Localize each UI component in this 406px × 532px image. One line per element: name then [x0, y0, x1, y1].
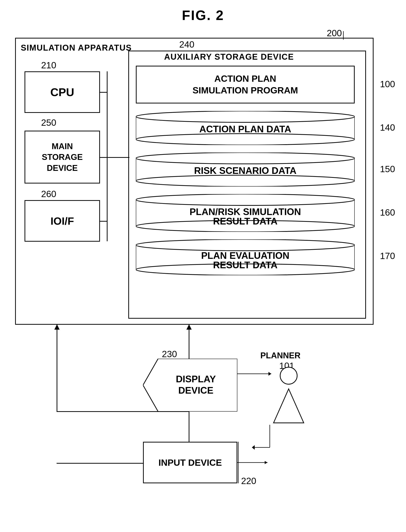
svg-text:PLAN EVALUATION: PLAN EVALUATION — [201, 250, 290, 261]
label-160: 160 — [380, 207, 395, 218]
svg-text:ACTION PLAN DATA: ACTION PLAN DATA — [199, 124, 291, 134]
svg-text:PLAN/RISK SIMULATION: PLAN/RISK SIMULATION — [190, 207, 301, 217]
planner-figure — [270, 366, 307, 427]
label-210: 210 — [41, 60, 56, 70]
aux-storage-label: AUXILIARY STORAGE DEVICE — [164, 52, 294, 62]
label-100: 100 — [380, 79, 395, 89]
svg-text:DEVICE: DEVICE — [178, 385, 213, 396]
main-storage-label: MAINSTORAGEDEVICE — [42, 141, 83, 173]
ioif-box: IOI/F — [24, 200, 100, 242]
svg-marker-25 — [268, 372, 271, 376]
label-220: 220 — [241, 476, 256, 486]
v-line-down-left — [57, 325, 57, 412]
figure-title: FIG. 2 — [182, 7, 224, 23]
h-line-input-left — [57, 463, 143, 464]
label-240: 240 — [179, 39, 194, 50]
ioif-label: IOI/F — [51, 215, 74, 227]
connector-display-planner — [237, 359, 275, 396]
arrow-input-planner — [237, 461, 271, 465]
arrow-up-left — [54, 324, 60, 330]
svg-marker-28 — [252, 445, 255, 450]
label-260: 260 — [41, 189, 56, 199]
svg-text:RISK SCENARIO DATA: RISK SCENARIO DATA — [194, 165, 297, 176]
arrow-up-aux — [186, 324, 192, 330]
svg-text:RESULT DATA: RESULT DATA — [213, 260, 277, 270]
cpu-label: CPU — [50, 86, 74, 99]
cylinder-140: ACTION PLAN DATA — [136, 111, 355, 145]
diagram: FIG. 2 200 SIMULATION APPARATUS 240 AUXI… — [0, 0, 406, 532]
action-plan-sim-box: ACTION PLANSIMULATION PROGRAM — [136, 66, 355, 103]
svg-point-3 — [136, 134, 355, 145]
svg-text:RESULT DATA: RESULT DATA — [213, 216, 277, 227]
svg-point-6 — [136, 153, 355, 164]
label-140: 140 — [380, 122, 395, 133]
label-230: 230 — [162, 349, 177, 359]
svg-point-22 — [280, 367, 297, 384]
connector-planner-input — [251, 425, 289, 466]
label-250: 250 — [41, 118, 56, 128]
cylinder-150: RISK SCENARIO DATA — [136, 153, 355, 186]
cylinder-160: PLAN/RISK SIMULATION RESULT DATA — [136, 194, 355, 232]
svg-marker-31 — [265, 461, 268, 464]
label-200: 200 — [327, 28, 342, 38]
input-device-box: INPUT DEVICE — [143, 442, 237, 483]
h-line-bus-aux — [107, 157, 130, 158]
v-line-up-center — [189, 325, 189, 359]
svg-point-7 — [136, 175, 355, 186]
input-device-label: INPUT DEVICE — [159, 458, 222, 468]
label-150: 150 — [380, 164, 395, 174]
action-plan-sim-label: ACTION PLANSIMULATION PROGRAM — [192, 73, 298, 96]
cylinder-170: PLAN EVALUATION RESULT DATA — [136, 239, 355, 275]
svg-point-15 — [136, 239, 355, 251]
v-line-input-display — [189, 411, 189, 442]
main-storage-box: MAINSTORAGEDEVICE — [24, 131, 100, 184]
svg-marker-23 — [274, 389, 304, 423]
h-line-ioif — [100, 221, 108, 222]
svg-point-10 — [136, 194, 355, 205]
h-line-main — [100, 157, 108, 158]
vertical-bus — [107, 71, 108, 241]
label-170: 170 — [380, 251, 395, 261]
simulation-apparatus-label: SIMULATION APPARATUS — [21, 43, 132, 52]
svg-text:DISPLAY: DISPLAY — [176, 374, 216, 384]
svg-point-2 — [136, 111, 355, 122]
display-device: DISPLAY DEVICE — [143, 359, 237, 412]
cpu-box: CPU — [24, 71, 100, 113]
h-line-cpu — [100, 92, 108, 93]
